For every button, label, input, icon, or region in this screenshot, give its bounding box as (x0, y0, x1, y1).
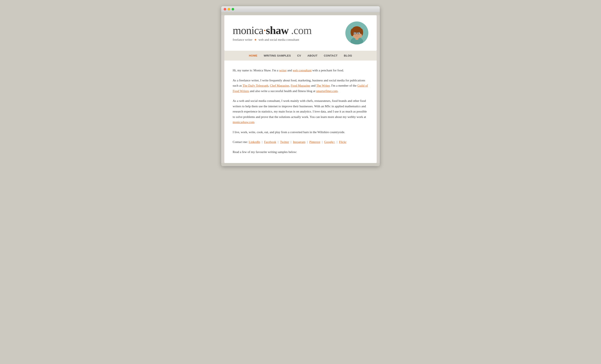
para2-mid3: and also write a successful health and f… (249, 89, 316, 93)
web-consultant-paragraph: As a web and social media consultant, I … (233, 98, 368, 125)
tagline-left: freelance writer (233, 38, 252, 41)
intro-paragraph: Hi, my name is: Monica Shaw. I'm a write… (233, 68, 368, 73)
daily-telegraph-link[interactable]: The Daily Telegraph (242, 84, 268, 87)
svg-point-10 (358, 33, 359, 34)
para3-suffix: . (254, 121, 255, 124)
sep6: | (336, 140, 338, 144)
sep1: | (261, 140, 263, 144)
food-magazine-link[interactable]: Food Magazine (291, 84, 310, 87)
nav-blog[interactable]: BLOG (344, 54, 352, 57)
freelance-paragraph: As a freelance writer, I write frequentl… (233, 78, 368, 94)
sep3: | (290, 140, 292, 144)
contact-social: Contact me: LinkedIn | Facebook | Twitte… (233, 139, 368, 145)
tagline-star: ★ (254, 38, 257, 41)
flickr-link[interactable]: Flickr (339, 140, 346, 144)
nav-writing-samples[interactable]: WRITING SAMPLES (264, 54, 291, 57)
site-nav: HOME WRITING SAMPLES CV ABOUT CONTACT BL… (224, 51, 377, 61)
avatar-image (345, 21, 368, 44)
nav-about[interactable]: ABOUT (307, 54, 318, 57)
svg-point-5 (351, 29, 354, 36)
para2-mid2: . I'm a member of the (330, 84, 357, 87)
browser-window: monica·shaw .com freelance writer ★ web … (221, 6, 380, 166)
site-wrapper: monica·shaw .com freelance writer ★ web … (221, 15, 380, 163)
svg-point-9 (354, 33, 356, 34)
para1-mid: and (287, 69, 292, 72)
writing-samples-intro: Read a few of my favourite writing sampl… (233, 150, 368, 155)
window-titlebar (221, 6, 380, 12)
title-monica: monica· (233, 24, 266, 36)
para3-text: As a web and social media consultant, I … (233, 99, 367, 119)
location-paragraph: I live, work, write, cook, eat, and play… (233, 130, 368, 135)
instagram-link[interactable]: Instagram (293, 140, 306, 144)
sep2: | (277, 140, 279, 144)
the-writer-link[interactable]: The Writer (316, 84, 330, 87)
sep5: | (321, 140, 323, 144)
svg-point-14 (359, 34, 362, 38)
nav-home[interactable]: HOME (249, 54, 258, 57)
smarterfitter-link[interactable]: smarterfitter.com (316, 89, 338, 93)
sep4: | (306, 140, 309, 144)
para-final-text: Read a few of my favourite writing sampl… (233, 150, 297, 154)
para4-text: I live, work, write, cook, eat, and play… (233, 131, 345, 134)
contact-prefix: Contact me: (233, 140, 249, 144)
close-button[interactable] (224, 8, 226, 10)
para2-sep2: , (289, 84, 291, 87)
maximize-button[interactable] (232, 8, 234, 10)
pinterest-link[interactable]: Pinterest (309, 140, 320, 144)
minimize-button[interactable] (228, 8, 230, 10)
title-com: .com (289, 24, 312, 36)
para2-suffix: . (338, 89, 339, 93)
para2-mid: and (310, 84, 316, 87)
para1-prefix: Hi, my name is: Monica Shaw. I'm a (233, 69, 279, 72)
para1-suffix: with a penchant for food. (311, 69, 344, 72)
chef-magazine-link[interactable]: Chef Magazine (270, 84, 289, 87)
monicashaw-link[interactable]: monicashaw.com (233, 121, 254, 124)
site-tagline: freelance writer ★ web and social media … (233, 38, 311, 41)
header-branding: monica·shaw .com freelance writer ★ web … (233, 24, 311, 41)
nav-cv[interactable]: CV (297, 54, 301, 57)
writer-link[interactable]: writer (279, 69, 287, 72)
title-shaw: shaw (266, 24, 289, 36)
linkedin-link[interactable]: LinkedIn (249, 140, 260, 144)
site-header: monica·shaw .com freelance writer ★ web … (224, 15, 377, 51)
nav-contact[interactable]: CONTACT (324, 54, 338, 57)
twitter-link[interactable]: Twitter (280, 140, 289, 144)
facebook-link[interactable]: Facebook (264, 140, 276, 144)
tagline-right: web and social media consultant (259, 38, 299, 41)
web-consultant-link[interactable]: web consultant (293, 69, 311, 72)
site-title: monica·shaw .com (233, 24, 311, 36)
avatar (345, 21, 368, 44)
main-content: Hi, my name is: Monica Shaw. I'm a write… (224, 61, 377, 163)
googleplus-link[interactable]: Google+ (324, 140, 335, 144)
